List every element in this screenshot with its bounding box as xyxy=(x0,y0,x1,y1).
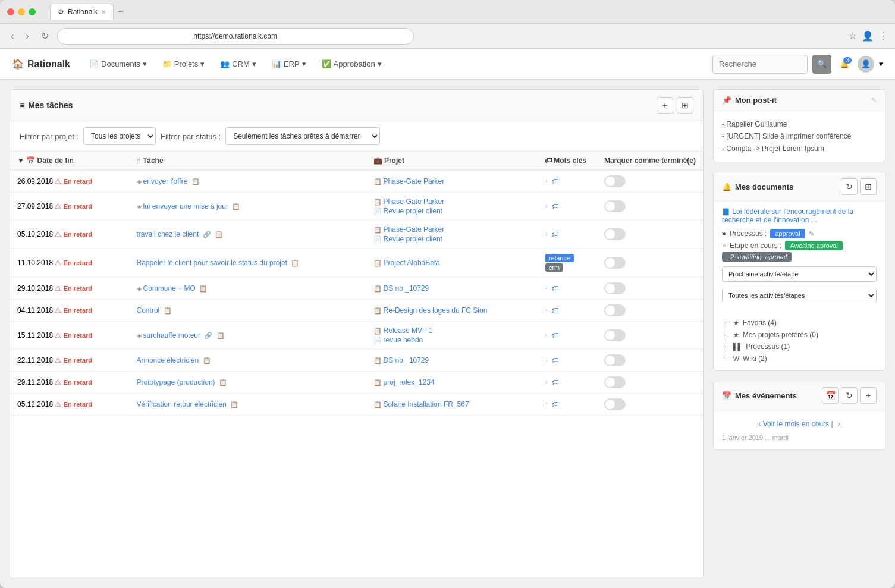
task-proj-icon[interactable]: 📋 xyxy=(203,357,211,364)
events-refresh-button[interactable]: ↻ xyxy=(841,387,858,404)
task-proj-icon[interactable]: 📋 xyxy=(219,379,227,386)
close-button[interactable] xyxy=(7,8,14,15)
docs-refresh-button[interactable]: ↻ xyxy=(841,178,858,195)
proj-edit-icon[interactable]: 📋 xyxy=(373,226,382,233)
add-tag-button[interactable]: + 🏷 xyxy=(545,230,590,238)
search-button[interactable]: 🔍 xyxy=(812,55,831,74)
task-done-toggle[interactable] xyxy=(604,200,626,212)
minimize-button[interactable] xyxy=(18,8,25,15)
col-date[interactable]: ▼ 📅 Date de fin xyxy=(10,152,130,170)
nav-documents[interactable]: 📄 Documents ▾ xyxy=(82,56,154,72)
task-done-toggle[interactable] xyxy=(604,398,626,410)
project-name-link[interactable]: Phase-Gate Parker xyxy=(384,197,445,206)
proj-edit-icon[interactable]: 📋 xyxy=(373,178,382,185)
add-tag-button[interactable]: + 🏷 xyxy=(545,400,590,408)
tree-item-processus[interactable]: ├─ ▌▌ Processus (1) xyxy=(722,341,877,353)
proj-edit-icon[interactable]: 📋 xyxy=(373,307,382,314)
add-tag-button[interactable]: + 🏷 xyxy=(545,306,590,315)
task-done-toggle[interactable] xyxy=(604,175,626,187)
profile-icon[interactable]: 👤 xyxy=(862,30,874,42)
proj-edit-icon[interactable]: 📋 xyxy=(373,357,382,364)
brand-logo[interactable]: 🏠 Rationalk xyxy=(12,58,70,70)
tree-item-projets-preferes[interactable]: ├─ ★ Mes projets préférés (0) xyxy=(722,329,877,341)
search-input[interactable] xyxy=(712,55,808,74)
grid-view-button[interactable]: ⊞ xyxy=(677,97,693,114)
task-done-toggle[interactable] xyxy=(604,228,626,240)
tree-item-favoris[interactable]: ├─ ★ Favoris (4) xyxy=(722,317,877,329)
reload-button[interactable]: ↻ xyxy=(37,28,52,44)
task-proj-icon[interactable]: 📋 xyxy=(230,401,238,408)
doc-link[interactable]: Loi fédérale sur l'encouragement de la r… xyxy=(722,207,853,224)
back-button[interactable]: ‹ xyxy=(7,29,17,44)
project-name-link[interactable]: Re-Design des loges du FC Sion xyxy=(384,306,488,315)
docs-grid-button[interactable]: ⊞ xyxy=(860,178,877,195)
sub-project-link[interactable]: Revue projet client xyxy=(384,235,442,243)
events-next-icon[interactable]: › xyxy=(838,420,840,428)
task-done-toggle[interactable] xyxy=(604,304,626,316)
project-name-link[interactable]: DS no _10729 xyxy=(384,356,429,364)
events-nav[interactable]: ‹ Voir le mois en cours | › xyxy=(722,416,877,432)
task-name-link[interactable]: lui envoyer une mise à jour xyxy=(143,202,228,210)
proj-edit-icon[interactable]: 📋 xyxy=(373,379,382,386)
task-name-link[interactable]: Annonce électricien xyxy=(137,356,199,364)
task-name-link[interactable]: Control xyxy=(137,306,160,315)
col-task[interactable]: ≡ Tâche xyxy=(130,152,366,170)
filter-status-select[interactable]: Seulement les tâches prêtes à démarrer xyxy=(225,127,380,145)
bookmark-icon[interactable]: ☆ xyxy=(849,30,857,42)
proj-edit-icon[interactable]: 📋 xyxy=(373,327,382,334)
task-name-link[interactable]: surchauffe moteur xyxy=(143,331,201,339)
proj-edit-icon[interactable]: 📋 xyxy=(373,285,382,292)
events-calendar-button[interactable]: 📅 xyxy=(822,387,839,404)
task-proj-icon[interactable]: 📋 xyxy=(164,307,172,314)
proj-edit-icon[interactable]: 📋 xyxy=(373,401,382,408)
project-name-link[interactable]: DS no _10729 xyxy=(384,284,429,293)
tab-close-button[interactable]: ✕ xyxy=(101,9,106,15)
project-name-link[interactable]: Project AlphaBeta xyxy=(384,259,440,267)
task-name-link[interactable]: Prototypage (production) xyxy=(137,378,215,386)
add-tag-button[interactable]: + 🏷 xyxy=(545,356,590,364)
events-prev-label[interactable]: ‹ Voir le mois en cours | xyxy=(758,420,833,428)
browser-tab[interactable]: ⚙ Rationalk ✕ xyxy=(50,4,114,20)
task-proj-icon[interactable]: 📋 xyxy=(199,285,208,292)
filter-project-select[interactable]: Tous les projets xyxy=(83,127,156,145)
activite-select-1[interactable]: Prochaine activité/étape xyxy=(722,266,877,282)
add-tag-button[interactable]: + 🏷 xyxy=(545,331,590,339)
task-done-toggle[interactable] xyxy=(604,282,626,294)
process-edit-icon[interactable]: ✎ xyxy=(809,230,814,238)
menu-icon[interactable]: ⋮ xyxy=(878,30,888,42)
task-done-toggle[interactable] xyxy=(604,354,626,366)
user-avatar[interactable]: 👤 xyxy=(858,56,874,73)
nav-crm[interactable]: 👥 CRM ▾ xyxy=(213,56,263,72)
project-name-link[interactable]: proj_rolex_1234 xyxy=(384,378,435,386)
forward-button[interactable]: › xyxy=(22,29,32,44)
sub-project-link[interactable]: Revue projet client xyxy=(384,207,442,215)
events-add-button[interactable]: + xyxy=(860,387,877,404)
project-name-link[interactable]: Solaire Installation FR_567 xyxy=(384,400,469,408)
activite-select-2[interactable]: Toutes les activités/étapes xyxy=(722,288,877,303)
nav-approbation[interactable]: ✅ Approbation ▾ xyxy=(315,56,389,72)
task-name-link[interactable]: envoyer l'offre xyxy=(143,177,188,185)
task-proj-icon[interactable]: 📋 xyxy=(232,203,240,210)
task-proj-icon[interactable]: 📋 xyxy=(215,231,223,238)
add-task-button[interactable]: + xyxy=(657,97,673,114)
task-name-link[interactable]: travail chez le client xyxy=(137,230,199,238)
nav-projets[interactable]: 📁 Projets ▾ xyxy=(155,56,212,72)
task-edit-icon[interactable]: 🔗 xyxy=(204,332,212,339)
add-tag-button[interactable]: + 🏷 xyxy=(545,202,590,210)
postit-edit-icon[interactable]: ✎ xyxy=(871,96,877,104)
add-tag-button[interactable]: + 🏷 xyxy=(545,177,590,185)
url-input[interactable] xyxy=(57,28,414,45)
nav-erp[interactable]: 📊 ERP ▾ xyxy=(265,56,313,72)
task-edit-icon[interactable]: 🔗 xyxy=(203,231,211,238)
user-menu-chevron[interactable]: ▾ xyxy=(879,59,883,68)
new-tab-button[interactable]: + xyxy=(114,3,126,21)
add-tag-button[interactable]: + 🏷 xyxy=(545,378,590,386)
project-name-link[interactable]: Phase-Gate Parker xyxy=(384,225,445,234)
task-done-toggle[interactable] xyxy=(604,329,626,341)
col-project[interactable]: 💼 Projet xyxy=(366,152,538,170)
tree-item-wiki[interactable]: └─ W Wiki (2) xyxy=(722,353,877,364)
add-tag-button[interactable]: + 🏷 xyxy=(545,284,590,293)
notifications-button[interactable]: 🔔 3 xyxy=(836,56,853,72)
proj-edit-icon[interactable]: 📋 xyxy=(373,259,382,266)
task-done-toggle[interactable] xyxy=(604,257,626,269)
